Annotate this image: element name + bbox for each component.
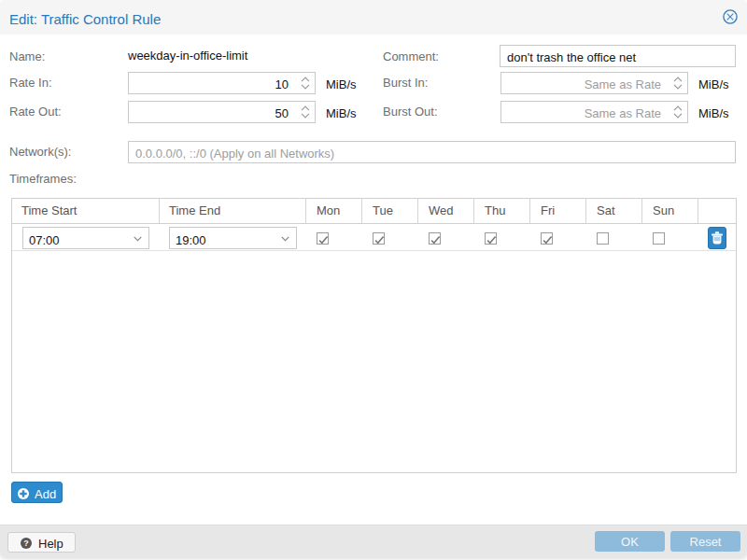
svg-text:?: ? (23, 539, 29, 548)
